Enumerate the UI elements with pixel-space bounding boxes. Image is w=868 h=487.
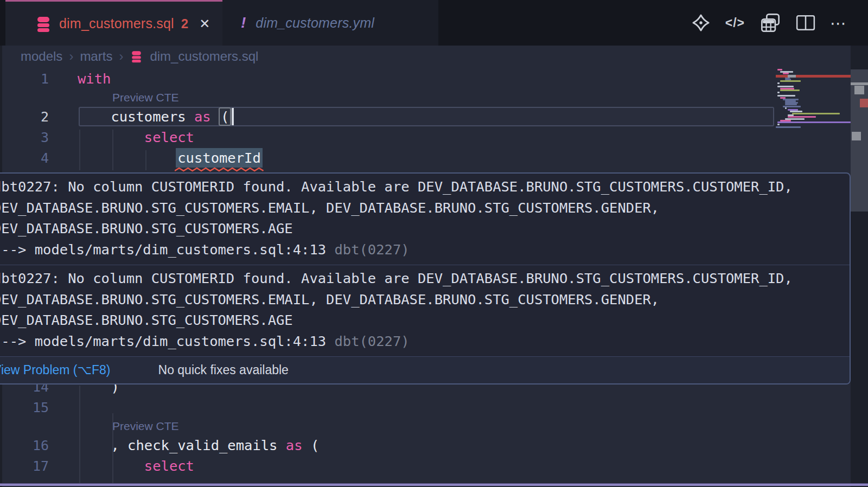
line-number: 16 <box>0 438 49 453</box>
code-lens-preview-cte[interactable]: Preview CTE <box>112 420 179 433</box>
code-line-1[interactable]: 1with <box>0 68 776 89</box>
minimap-code-line <box>777 95 795 97</box>
split-editor-icon[interactable] <box>796 15 815 31</box>
minimap-code-line <box>777 92 780 93</box>
popup-footer: View Problem (⌥F8)No quick fixes availab… <box>0 356 850 383</box>
code-text: customerId <box>49 148 263 168</box>
database-icon <box>36 15 51 33</box>
tab-dim-customers-sql[interactable]: dim_customers.sql 2 ✕ <box>5 0 222 46</box>
error-message-line: dbt0227: No column CUSTOMERID found. Ava… <box>0 268 836 289</box>
minimap-code-line <box>788 116 816 118</box>
tab-label: dim_customers.yml <box>256 15 374 31</box>
close-icon[interactable]: ✕ <box>199 16 210 31</box>
code-text: with <box>49 71 111 87</box>
minimap-selected-word-mark <box>788 75 796 78</box>
code-line-17[interactable]: 17 select <box>0 456 776 476</box>
minimap-code-line <box>777 121 851 123</box>
view-problem-link[interactable]: View Problem (⌥F8) <box>0 363 111 377</box>
tab-dim-customers-yml[interactable]: ! dim_customers.yml <box>222 0 438 46</box>
error-squiggle-icon <box>175 167 264 172</box>
error-location-line: --> models/marts/dim_customers.sql:4:13 … <box>0 331 836 352</box>
chevron-right-icon: › <box>119 49 123 64</box>
error-location-line: --> models/marts/dim_customers.sql:4:13 … <box>0 239 836 260</box>
minimap-code-line <box>777 82 780 84</box>
error-source-code: dbt(0227) <box>326 241 410 258</box>
minimap-code-line <box>790 111 802 112</box>
minimap-error-line <box>776 75 851 78</box>
code-icon[interactable]: </> <box>725 16 745 30</box>
ruler-change-mark <box>851 82 868 85</box>
breadcrumb-marts[interactable]: marts <box>80 49 112 64</box>
tab-error-count-badge: 2 <box>181 16 188 31</box>
database-icon <box>131 50 142 63</box>
chevron-right-icon: › <box>69 49 73 64</box>
breadcrumb: models › marts › dim_customers.sql <box>0 46 868 67</box>
code-line-15[interactable]: 15 <box>0 397 776 418</box>
ruler-error-mark <box>860 99 868 107</box>
error-token-customerid[interactable]: customerId <box>176 148 263 168</box>
no-quick-fixes-label: No quick fixes available <box>158 363 289 377</box>
minimap-code-line <box>777 86 794 87</box>
warning-icon: ! <box>241 14 246 31</box>
line-number: 3 <box>0 130 49 145</box>
ruler-change-mark <box>852 132 861 140</box>
error-message-line: DEV_DATABASE.BRUNO.STG_CUSTOMERS.EMAIL, … <box>0 289 836 310</box>
error-message-line: DEV_DATABASE.BRUNO.STG_CUSTOMERS.EMAIL, … <box>0 197 836 219</box>
error-message-line: dbt0227: No column CUSTOMERID found. Ava… <box>0 176 836 197</box>
code-text: , check_valid_emails as ( <box>49 437 319 453</box>
code-text: customers as ( <box>49 108 234 125</box>
error-source-code: dbt(0227) <box>326 333 410 349</box>
tab-label: dim_customers.sql <box>59 16 174 31</box>
error-message-line: DEV_DATABASE.BRUNO.STG_CUSTOMERS.AGE <box>0 218 836 239</box>
minimap-code-line <box>780 80 801 82</box>
tab-bar: dim_customers.sql 2 ✕ ! dim_customers.ym… <box>0 0 868 46</box>
code-area-bottom: 14 )15Preview CTE16 , check_valid_emails… <box>0 376 776 476</box>
line-number: 4 <box>0 150 49 166</box>
minimap-code-line <box>785 107 787 109</box>
error-hover-popup: dbt0227: No column CUSTOMERID found. Ava… <box>0 172 851 385</box>
panel-border <box>0 483 868 486</box>
editor-actions: </> ⋯ <box>691 0 846 46</box>
error-message-line: DEV_DATABASE.BRUNO.STG_CUSTOMERS.AGE <box>0 310 836 331</box>
minimap-code-line <box>777 124 780 125</box>
editor-window: dim_customers.sql 2 ✕ ! dim_customers.ym… <box>0 0 868 487</box>
dbt-icon[interactable] <box>691 13 711 33</box>
breadcrumb-models[interactable]: models <box>21 49 62 64</box>
minimap-code-line <box>785 104 797 105</box>
scrollbar[interactable] <box>851 46 868 487</box>
text-cursor <box>232 108 234 125</box>
minimap-code-line <box>776 126 801 128</box>
more-actions-icon[interactable]: ⋯ <box>830 14 846 33</box>
line-number: 17 <box>0 458 49 474</box>
ruler-change-mark <box>854 86 864 94</box>
code-lens-preview-cte[interactable]: Preview CTE <box>112 91 179 104</box>
error-message-block: dbt0227: No column CUSTOMERID found. Ava… <box>0 265 850 356</box>
copy-table-icon[interactable] <box>760 12 781 33</box>
line-number: 2 <box>0 109 49 125</box>
error-message-block: dbt0227: No column CUSTOMERID found. Ava… <box>0 174 850 265</box>
breadcrumb-file[interactable]: dim_customers.sql <box>150 49 258 64</box>
code-text: select <box>49 129 194 145</box>
code-text: select <box>49 458 194 474</box>
code-line-3[interactable]: 3 select <box>0 127 776 148</box>
line-number: 1 <box>0 71 49 87</box>
minimap-code-line <box>780 89 800 91</box>
minimap-code-line <box>777 69 782 71</box>
code-line-4[interactable]: 4 customerId <box>0 148 776 168</box>
code-line-2[interactable]: 2 customers as ( <box>0 106 776 127</box>
code-area-top: 1withPreview CTE2 customers as (3 select… <box>0 68 776 168</box>
minimap-code-line <box>792 113 840 114</box>
code-line-16[interactable]: 16 , check_valid_emails as ( <box>0 435 776 456</box>
line-number: 15 <box>0 400 49 415</box>
